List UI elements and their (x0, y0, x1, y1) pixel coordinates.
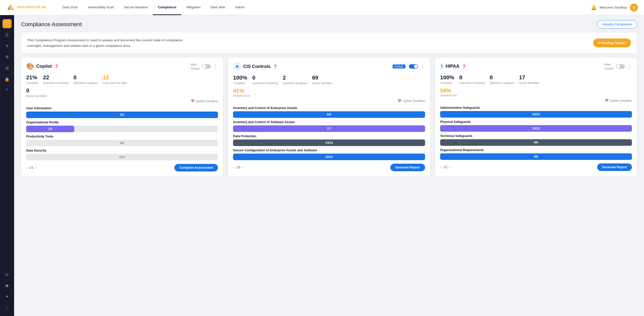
copilot-days-past-value: 12 (103, 74, 127, 81)
cis-menu-icon[interactable]: ⋮ (421, 64, 425, 69)
cis-section-0: Inventory and Control of Enterprise Asse… (233, 106, 425, 118)
cis-section-1: Inventory and Control of Software Assets… (233, 120, 425, 132)
sidebar-icon-star[interactable]: ✦ (3, 292, 12, 301)
avatar[interactable]: S (630, 4, 638, 12)
pending-tasks-button[interactable]: 0 Pending Task(s) (593, 39, 631, 47)
copilot-card: 🎨 Copilot ❓ MarkDefault ⋮ (21, 57, 223, 177)
sidebar-icon-security[interactable]: 🔒 (3, 75, 12, 84)
header: C DATA SPOTLITE INC. Data Scan Vulnerabi… (0, 0, 644, 15)
cis-section-3-bar: 12/12 (233, 154, 425, 160)
hipaa-generate-report-button[interactable]: Generate Report (597, 163, 632, 171)
sidebar-icon-network[interactable]: ⊞ (3, 63, 12, 73)
cis-prev-page[interactable]: ‹ (233, 165, 234, 169)
copilot-questions-assigned-value: 0 (73, 74, 98, 81)
sidebar-icon-monitor[interactable]: 🖥 (3, 52, 12, 61)
hipaa-section-2-bar: 9/9 (440, 139, 632, 146)
hipaa-page-num: 1/1 (443, 165, 447, 169)
cyrisma-logo-icon: C (6, 3, 15, 12)
hipaa-menu-icon[interactable]: ⋮ (627, 64, 632, 69)
copilot-section-2-label: Productivity Tools (26, 135, 218, 138)
copilot-help-icon[interactable]: ❓ (54, 64, 59, 68)
hipaa-logo: ⚕ HIPAA ❓ (440, 62, 466, 70)
copilot-questions-remaining-stat: 22 Questions remaining (43, 74, 68, 84)
cis-section-0-bar-wrap: 5/5 (233, 111, 425, 118)
cis-section-1-bar-wrap: 7/7 (233, 125, 425, 132)
cis-pagination: ‹ 1/5 › (233, 165, 244, 169)
copilot-prev-page[interactable]: ‹ (26, 166, 27, 170)
hipaa-questions-remaining-label: Questions remaining (459, 81, 485, 84)
main-nav: Data Scan Vulnerability Scan Secure Base… (57, 0, 591, 15)
hipaa-section-2-bar-wrap: 9/9 (440, 139, 632, 146)
cis-overall-score-label: Overall Score (233, 94, 425, 97)
hipaa-questions-assigned-value: 0 (490, 74, 514, 81)
sidebar-icon-circle[interactable]: ◉ (3, 281, 12, 290)
cis-next-page[interactable]: › (243, 165, 244, 169)
cis-section-2: Data Protection 14/14 (233, 134, 425, 146)
main-content: Compliance Assessment Industry Compariso… (14, 15, 644, 316)
cis-section-3: Secure Configuration of Enterprise Asset… (233, 149, 425, 160)
sidebar-icon-home[interactable]: ⌂ (3, 303, 12, 312)
info-banner: This Compliance Program Assessment is us… (21, 32, 637, 53)
cis-overall-score: 41% Overall Score (233, 88, 425, 97)
cis-complete-stat: 100% Complete (233, 75, 247, 85)
nav-secure-baseline[interactable]: Secure Baseline (119, 0, 153, 15)
logo: C DATA SPOTLITE INC. (6, 3, 47, 12)
copilot-questions-remaining-label: Questions remaining (43, 81, 68, 84)
copilot-stats: 21% Complete 22 Questions remaining 0 Qu… (26, 74, 218, 84)
sidebar-expand-icon[interactable]: » (6, 87, 8, 92)
cis-card-footer: ‹ 1/5 › Generate Report (233, 164, 425, 171)
cis-help-icon[interactable]: ❓ (273, 64, 277, 68)
sidebar-icon-tool[interactable]: ✕ (3, 41, 12, 50)
info-text: This Compliance Program Assessment is us… (27, 38, 183, 48)
copilot-section-0: User Information 5/5 (26, 107, 218, 118)
nav-mitigation[interactable]: Mitigation (181, 0, 206, 15)
copilot-questions-remaining-value: 22 (43, 74, 68, 81)
copilot-card-header: 🎨 Copilot ❓ MarkDefault ⋮ (26, 62, 218, 70)
cis-section-1-bar: 7/7 (233, 125, 425, 132)
hipaa-toggle[interactable] (616, 64, 625, 69)
hipaa-next-page[interactable]: › (449, 165, 451, 169)
copilot-section-3-bar-wrap: 0/13 (26, 154, 218, 160)
bell-icon[interactable]: 🔔 (591, 5, 596, 10)
nav-compliance[interactable]: Compliance (153, 0, 181, 15)
sidebar-icon-globe[interactable]: ◎ (3, 270, 12, 279)
nav-vulnerability-scan[interactable]: Vulnerability Scan (83, 0, 119, 15)
copilot-next-page[interactable]: › (35, 166, 37, 170)
cis-toggle[interactable] (409, 64, 418, 69)
cis-name: CIS Controls (243, 64, 271, 69)
svg-text:C: C (8, 7, 10, 10)
copilot-section-3: Data Security 0/13 (26, 149, 218, 160)
nav-dark-web[interactable]: Dark Web (206, 0, 230, 15)
cis-complete-value: 100% (233, 75, 247, 81)
hipaa-section-0-bar-wrap: 24/24 (440, 111, 632, 118)
hipaa-section-2: Technical Safeguards 9/9 (440, 134, 632, 146)
cis-questions-remaining-stat: 0 Questions remaining (252, 75, 278, 85)
industry-comparison-button[interactable]: Industry Comparison (597, 20, 637, 28)
cis-section-3-label: Secure Configuration of Enterprise Asset… (233, 149, 425, 152)
copilot-update-deadline[interactable]: 📅 Update Deadline (26, 99, 218, 103)
copilot-card-footer: ‹ 1/1 › Complete Assessment (26, 164, 218, 171)
hipaa-name: HIPAA (446, 64, 460, 69)
cis-generate-report-button[interactable]: Generate Report (390, 164, 425, 171)
cis-page-num: 1/5 (236, 166, 241, 169)
copilot-toggle[interactable] (202, 64, 211, 69)
hipaa-section-1-label: Physical Safeguards (440, 120, 632, 124)
copilot-menu-icon[interactable]: ⋮ (213, 64, 218, 69)
nav-data-scan[interactable]: Data Scan (57, 0, 83, 15)
cis-logo: ⊕ CIS Controls ❓ (233, 62, 277, 71)
hipaa-section-1-bar-wrap: 10/10 (440, 125, 632, 132)
cis-update-deadline[interactable]: 📅 Update Deadline (233, 99, 425, 103)
copilot-section-3-bar: 0/13 (26, 154, 218, 160)
sidebar-icon-list[interactable]: ☰ (3, 30, 12, 39)
hipaa-prev-page[interactable]: ‹ (440, 165, 441, 169)
cis-questions-remaining-label: Questions remaining (252, 82, 278, 85)
hipaa-questions-assigned-label: Questions assigned (490, 81, 514, 84)
cis-section-0-bar: 5/5 (233, 111, 425, 118)
sidebar-icon-shield[interactable]: 🛡 (3, 19, 12, 28)
cis-questions-assigned-label: Questions assigned (283, 82, 307, 85)
copilot-complete-assessment-button[interactable]: Complete Assessment (174, 164, 218, 171)
nav-admin[interactable]: Admin (230, 0, 249, 15)
hipaa-section-2-label: Technical Safeguards (440, 134, 632, 138)
hipaa-help-icon[interactable]: ❓ (462, 64, 466, 68)
hipaa-update-deadline[interactable]: 📅 Update Deadline (440, 99, 632, 102)
